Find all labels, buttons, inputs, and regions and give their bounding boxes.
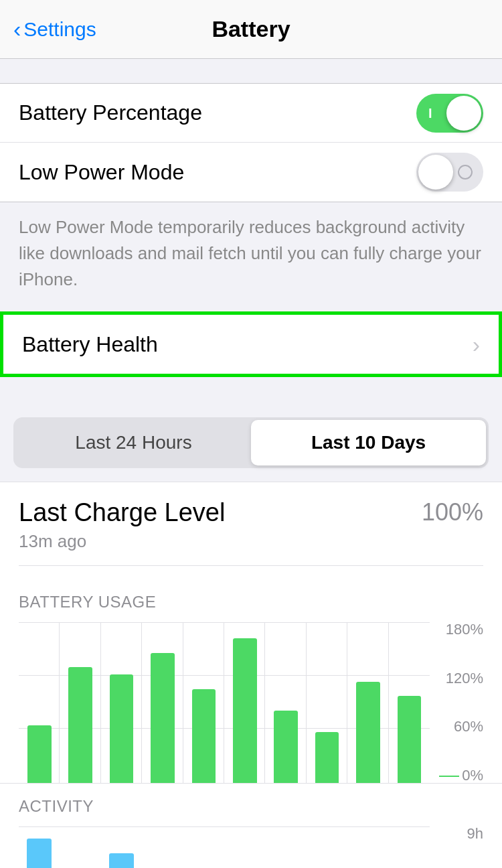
chart-bars	[19, 622, 430, 783]
activity-bar-group-0	[19, 826, 60, 868]
page-title: Battery	[212, 16, 290, 42]
y-label-180: 180%	[430, 622, 483, 637]
activity-chart: 9h	[19, 826, 483, 868]
battery-health-group: Battery Health ›	[0, 311, 502, 377]
bar-group-8	[347, 622, 388, 783]
activity-bar-group-9	[389, 826, 430, 868]
charge-percent: 100%	[422, 498, 483, 526]
charge-time-ago: 13m ago	[19, 531, 225, 552]
bar-group-9	[389, 622, 430, 783]
bar-3	[151, 653, 175, 783]
activity-bar-2	[109, 853, 134, 868]
activity-bar-group-6	[265, 826, 306, 868]
battery-usage-label: BATTERY USAGE	[19, 593, 483, 611]
activity-label: ACTIVITY	[19, 797, 483, 816]
low-power-mode-toggle[interactable]	[416, 153, 483, 192]
toggle-knob-off	[418, 155, 453, 190]
low-power-mode-label: Low Power Mode	[19, 160, 184, 185]
toggle-knob	[446, 96, 481, 131]
toggle-i-icon: I	[428, 105, 432, 121]
section-spacer-2	[0, 377, 502, 401]
activity-bar-group-7	[307, 826, 347, 868]
low-power-description: Low Power Mode temporarily reduces backg…	[0, 202, 502, 311]
battery-percentage-row: Battery Percentage I	[0, 84, 502, 143]
bar-0	[27, 725, 52, 783]
back-label: Settings	[23, 18, 96, 41]
tab-last-24-hours[interactable]: Last 24 Hours	[16, 420, 251, 465]
tab-last-10-days[interactable]: Last 10 Days	[251, 420, 486, 465]
charge-title: Last Charge Level	[19, 498, 225, 527]
section-spacer-1	[0, 59, 502, 83]
activity-bar-group-2	[101, 826, 142, 868]
bar-1	[68, 667, 92, 783]
chart-y-labels: 180% 120% 60% 0%	[430, 622, 483, 783]
activity-bar-0	[27, 839, 52, 868]
activity-bar-group-1	[60, 826, 100, 868]
usage-section: BATTERY USAGE 180% 120% 60% 0%	[0, 579, 502, 783]
tabs-wrapper: Last 24 Hours Last 10 Days	[13, 417, 489, 468]
bar-4	[192, 689, 216, 783]
bar-9	[398, 696, 422, 783]
battery-percentage-label: Battery Percentage	[19, 100, 202, 125]
low-power-mode-row: Low Power Mode	[0, 143, 502, 202]
y-label-120: 120%	[430, 671, 483, 686]
tabs-container: Last 24 Hours Last 10 Days	[0, 401, 502, 482]
toggle-circle-icon	[458, 165, 473, 179]
activity-bars	[19, 826, 430, 868]
battery-health-row[interactable]: Battery Health ›	[3, 315, 499, 374]
bar-group-6	[265, 622, 306, 783]
bar-group-2	[101, 622, 142, 783]
header: ‹ Settings Battery	[0, 0, 502, 59]
battery-settings-group: Battery Percentage I Low Power Mode	[0, 83, 502, 202]
bar-5	[233, 638, 257, 783]
bar-group-1	[60, 622, 100, 783]
chevron-right-icon: ›	[473, 333, 480, 356]
charge-section: Last Charge Level 13m ago 100%	[0, 482, 502, 579]
bar-group-4	[183, 622, 224, 783]
battery-percentage-toggle[interactable]: I	[416, 94, 483, 133]
battery-health-label: Battery Health	[22, 332, 158, 357]
bar-group-5	[224, 622, 265, 783]
activity-bar-group-8	[347, 826, 388, 868]
bar-8	[356, 682, 380, 783]
activity-y-labels: 9h	[430, 826, 483, 868]
y-label-60: 60%	[430, 719, 483, 734]
bar-6	[274, 711, 298, 783]
bar-7	[315, 732, 339, 783]
bar-2	[110, 674, 134, 783]
charge-row: Last Charge Level 13m ago 100%	[19, 498, 483, 552]
charge-info: Last Charge Level 13m ago	[19, 498, 225, 552]
activity-bar-group-5	[224, 826, 265, 868]
y-label-0: 0%	[430, 768, 483, 783]
activity-y-label-9h: 9h	[430, 826, 483, 841]
back-chevron-icon: ‹	[13, 17, 21, 40]
bar-group-3	[142, 622, 183, 783]
charge-divider	[19, 565, 483, 566]
activity-bar-group-3	[142, 826, 183, 868]
bar-group-7	[307, 622, 347, 783]
bar-group-0	[19, 622, 60, 783]
activity-section: ACTIVITY 9h	[0, 783, 502, 868]
back-button[interactable]: ‹ Settings	[13, 18, 96, 41]
activity-bar-group-4	[183, 826, 224, 868]
battery-usage-chart: 180% 120% 60% 0%	[19, 622, 483, 783]
